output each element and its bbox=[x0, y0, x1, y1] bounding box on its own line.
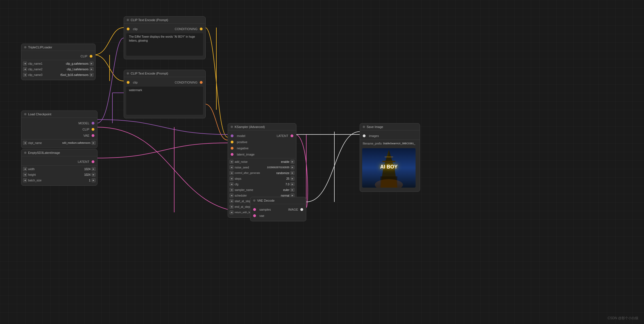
steps-value: 25 bbox=[267, 177, 289, 180]
vae-output-port[interactable] bbox=[92, 134, 94, 137]
clip-name2-row: ◄ clip_name2 clip_l.safetensors ► bbox=[21, 66, 95, 72]
sampler-name-next-btn[interactable]: ► bbox=[291, 188, 294, 192]
clip-name3-row: ◄ clip_name3 t5xxl_fp16.safetensors ► bbox=[21, 72, 95, 78]
batch-size-value: 1 bbox=[68, 179, 90, 182]
clip-text-encode-positive-header: CLIP Text Encode (Prompt) bbox=[124, 17, 205, 24]
steps-row: ◄ steps 25 ► bbox=[228, 176, 296, 181]
positive-prompt-text[interactable]: The Eiffel Tower displays the words "AI … bbox=[126, 33, 203, 56]
batch-next-btn[interactable]: ► bbox=[92, 178, 96, 182]
samples-input-port[interactable] bbox=[253, 208, 256, 211]
samples-label: samples bbox=[259, 208, 271, 211]
width-label: width bbox=[28, 168, 45, 171]
images-input-port[interactable] bbox=[363, 134, 366, 137]
control-after-label: control_after_generate bbox=[235, 172, 260, 174]
add-noise-prev-btn[interactable]: ◄ bbox=[230, 160, 233, 164]
filename-prefix-value: StableSwarmUI_38BC0381_ bbox=[383, 142, 415, 145]
conditioning-output-port[interactable] bbox=[200, 81, 203, 84]
images-input-row: images bbox=[360, 133, 420, 139]
steps-prev-btn[interactable]: ◄ bbox=[230, 177, 233, 181]
clip-output-port[interactable] bbox=[92, 128, 94, 131]
save-image-header: Save Image bbox=[360, 123, 420, 130]
height-next-btn[interactable]: ► bbox=[92, 173, 96, 177]
model-input-port[interactable] bbox=[231, 134, 233, 137]
add-noise-label: add_noise bbox=[235, 160, 251, 163]
sampler-name-label: sampler_name bbox=[235, 188, 253, 192]
node-status-dot bbox=[231, 126, 233, 128]
negative-input-port[interactable] bbox=[231, 147, 233, 150]
negative-label: negative bbox=[237, 147, 249, 150]
end-step-prev-btn[interactable]: ◄ bbox=[230, 205, 233, 209]
node-title: TripleCLIPLoader bbox=[28, 46, 52, 49]
image-output-port[interactable] bbox=[300, 208, 303, 211]
node-title: KSampler (Advanced) bbox=[235, 125, 265, 129]
clip-output-label: CLIP bbox=[81, 55, 87, 58]
noise-seed-next-btn[interactable]: ► bbox=[291, 165, 294, 169]
ckpt-name-next-btn[interactable]: ► bbox=[92, 141, 96, 145]
triple-clip-loader-body: CLIP ◄ clip_name1 clip_g.safetensors ► ◄… bbox=[21, 51, 95, 80]
clip-text-encode-positive-node: CLIP Text Encode (Prompt) clip CONDITION… bbox=[124, 16, 206, 59]
noise-seed-label: noise_seed bbox=[235, 166, 251, 169]
clip-input-port[interactable] bbox=[127, 81, 130, 84]
clip-name2-prev-btn[interactable]: ◄ bbox=[23, 67, 27, 71]
height-label: height bbox=[28, 173, 45, 176]
steps-next-btn[interactable]: ► bbox=[291, 177, 294, 181]
node-status-dot bbox=[24, 113, 26, 115]
control-after-prev-btn[interactable]: ◄ bbox=[230, 171, 233, 175]
noise-seed-value: 1028692870192835 bbox=[267, 166, 289, 169]
latent-output-port[interactable] bbox=[291, 134, 293, 137]
positive-input-port[interactable] bbox=[231, 141, 233, 143]
latent-image-input-port[interactable] bbox=[231, 153, 233, 156]
model-output-port[interactable] bbox=[92, 122, 94, 125]
conditioning-output-port[interactable] bbox=[200, 28, 203, 30]
noise-seed-prev-btn[interactable]: ◄ bbox=[230, 165, 233, 169]
return-noise-prev-btn[interactable]: ◄ bbox=[230, 210, 233, 214]
height-prev-btn[interactable]: ◄ bbox=[23, 173, 27, 177]
negative-prompt-text[interactable]: watermark bbox=[126, 87, 203, 115]
svg-rect-5 bbox=[385, 157, 393, 157]
clip-name1-prev-btn[interactable]: ◄ bbox=[23, 62, 27, 66]
batch-prev-btn[interactable]: ◄ bbox=[23, 178, 27, 182]
control-after-next-btn[interactable]: ► bbox=[291, 171, 294, 175]
clip-name2-value: clip_l.safetensors bbox=[66, 68, 89, 71]
positive-label: positive bbox=[237, 140, 247, 144]
latent-output-port[interactable] bbox=[92, 160, 94, 163]
clip-name1-next-btn[interactable]: ► bbox=[90, 62, 94, 66]
load-checkpoint-body: MODEL CLIP VAE ◄ ckpt_name sd3_medium.sa… bbox=[21, 118, 97, 148]
clip-name1-label: clip_name1 bbox=[28, 62, 45, 65]
node-title: EmptySD3LatentImage bbox=[28, 151, 60, 154]
steps-label: steps bbox=[235, 177, 251, 180]
latent-output-row: LATENT bbox=[21, 159, 97, 165]
ckpt-name-row: ◄ ckpt_name sd3_medium.safetensors ► bbox=[21, 140, 97, 146]
start-step-prev-btn[interactable]: ◄ bbox=[230, 199, 233, 203]
clip-name3-prev-btn[interactable]: ◄ bbox=[23, 73, 27, 77]
scheduler-prev-btn[interactable]: ◄ bbox=[230, 194, 233, 197]
control-after-value: randomize bbox=[267, 172, 289, 175]
model-output-label: MODEL bbox=[78, 122, 89, 125]
add-noise-next-btn[interactable]: ► bbox=[291, 160, 294, 164]
cfg-prev-btn[interactable]: ◄ bbox=[230, 182, 233, 186]
noise-seed-row: ◄ noise_seed 1028692870192835 ► bbox=[228, 165, 296, 170]
load-checkpoint-node: Load Checkpoint MODEL CLIP VAE ◄ ckpt_na… bbox=[21, 111, 97, 148]
vae-decode-node: VAE Decode samples IMAGE vae bbox=[250, 197, 306, 221]
cfg-next-btn[interactable]: ► bbox=[291, 182, 294, 186]
clip-name2-next-btn[interactable]: ► bbox=[90, 67, 94, 71]
ckpt-name-prev-btn[interactable]: ◄ bbox=[23, 141, 27, 145]
clip-name3-next-btn[interactable]: ► bbox=[90, 73, 94, 77]
sampler-name-prev-btn[interactable]: ◄ bbox=[230, 188, 233, 192]
clip-name3-label: clip_name3 bbox=[28, 73, 45, 76]
vae-input-port[interactable] bbox=[253, 214, 256, 217]
control-after-row: ◄ control_after_generate randomize ► bbox=[228, 170, 296, 176]
add-noise-value: enable bbox=[267, 160, 289, 163]
negative-input-row: negative bbox=[228, 145, 296, 151]
conditioning-output-label: CONDITIONING bbox=[175, 27, 198, 31]
node-status-dot bbox=[24, 152, 26, 154]
clip-input-port[interactable] bbox=[127, 28, 130, 30]
add-noise-row: ◄ add_noise enable ► bbox=[228, 159, 296, 165]
ckpt-name-label: ckpt_name bbox=[28, 141, 45, 145]
clip-output-port[interactable] bbox=[90, 55, 92, 58]
width-prev-btn[interactable]: ◄ bbox=[23, 167, 27, 171]
vae-output-label: VAE bbox=[83, 134, 89, 137]
empty-sd3-latent-header: EmptySD3LatentImage bbox=[21, 149, 97, 156]
width-next-btn[interactable]: ► bbox=[92, 167, 96, 171]
samples-input-row: samples IMAGE bbox=[250, 206, 306, 213]
